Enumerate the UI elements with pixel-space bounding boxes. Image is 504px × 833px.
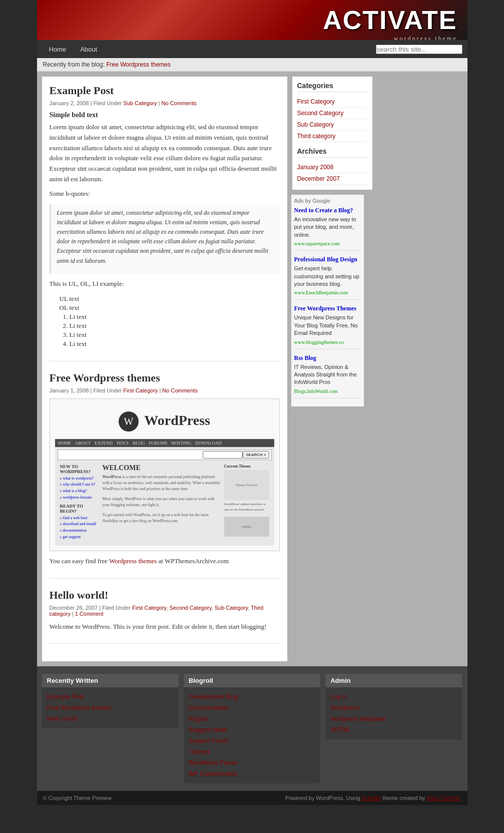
post-2-wp-link[interactable]: Wordpress themes: [109, 557, 157, 565]
post-1-comments[interactable]: No Comments: [162, 100, 197, 106]
post-1-blockquote-text: Lorem ipsum dolor sit amet, consectetur …: [57, 208, 274, 266]
list-item: Wordpress: [330, 702, 457, 713]
list-item: Documentation: [189, 702, 315, 713]
post-1-filed: Filed Under: [93, 100, 122, 106]
archives-list: January 2008 December 2007: [297, 162, 367, 185]
br-link-3[interactable]: Plugins: [189, 715, 208, 722]
br-link-7[interactable]: WordPress Planet: [189, 759, 237, 766]
ad-body-1: An innovative new way to put your blog, …: [294, 216, 361, 239]
rw-link-3[interactable]: Hello world!: [47, 715, 79, 722]
admin-link-2[interactable]: Wordpress: [330, 704, 359, 711]
wp-logo-icon: W: [119, 411, 139, 432]
wp-content: SEARCH » NEW TO WORDPRESS? » what is wor…: [55, 447, 274, 546]
recently-written-col: Recently Written Example Post Free Wordp…: [42, 674, 179, 783]
post-1-bquote-label: Some b-quotes:: [50, 189, 280, 199]
br-link-4[interactable]: Suggest Ideas: [189, 726, 227, 733]
nav-item-home[interactable]: Home: [42, 42, 74, 57]
admin-link-1[interactable]: Log in: [330, 693, 347, 700]
post-2-content: W WordPress HOME ABOUT EXTEND DOCS BLOG …: [50, 398, 280, 567]
powered-by: Powered by WordPress. Using Activate the…: [285, 795, 461, 801]
admin-link-4[interactable]: XHTML: [330, 726, 351, 733]
archive-link-2[interactable]: December 2007: [297, 175, 340, 182]
site-subtitle: wordpress theme: [323, 35, 457, 40]
list-item: WP Customization: [189, 768, 315, 779]
archives-title: Archives: [297, 147, 367, 158]
admin-title: Admin: [325, 674, 462, 687]
list-item: Log in: [330, 691, 457, 702]
activate-link[interactable]: Activate: [361, 795, 381, 801]
cat-link-4[interactable]: Third category: [297, 133, 336, 140]
list-item: WordPress Planet: [189, 757, 315, 768]
list-item: XHTML: [330, 724, 457, 735]
post-2-comments[interactable]: No Comments: [162, 387, 197, 393]
blogroll-list: Development Blog Documentation Plugins S…: [184, 687, 320, 783]
br-link-2[interactable]: Documentation: [189, 704, 229, 711]
recently-link[interactable]: Free Wordpress themes: [106, 61, 171, 68]
post-1-category[interactable]: Sub Category: [123, 100, 157, 106]
main-content: Example Post January 2, 2008 | Filed Und…: [42, 77, 287, 661]
site-title: ACTIVATE: [323, 5, 457, 35]
post-3-cat2[interactable]: Second Category: [169, 605, 211, 611]
archive-link-1[interactable]: January 2008: [297, 164, 334, 171]
rw-link-1[interactable]: Example Post: [47, 693, 84, 700]
post-1-body: Lorem ipsum dolor sit amet, consectetur …: [50, 122, 280, 185]
post-1-content: Simple bold text Lorem ipsum dolor sit a…: [50, 111, 280, 348]
ad-link-1[interactable]: Need to Create a Blog?: [294, 207, 353, 214]
br-link-1[interactable]: Development Blog: [189, 693, 238, 700]
post-1-meta: January 2, 2008 | Filed Under Sub Catego…: [50, 100, 280, 106]
ad-url-2: www.EnochBenjamin.com: [294, 290, 348, 295]
wp-main-sm: WELCOME WordPress is a state-of-the-art …: [103, 464, 222, 541]
post-1-list-label: This is UL, OL, LI example:: [50, 279, 280, 289]
post-2-date: January 1, 2008: [50, 387, 89, 393]
post-1-blockquote: Lorem ipsum dolor sit amet, consectetur …: [50, 204, 280, 274]
ad-link-3[interactable]: Free Wordpress Themes: [294, 305, 356, 312]
footer-widgets: Recently Written Example Post Free Wordp…: [37, 666, 467, 791]
post-1-bold: Simple bold text: [50, 111, 280, 119]
br-link-8[interactable]: WP Customization: [189, 770, 238, 777]
wp-search-input[interactable]: [203, 451, 243, 459]
list-item: Free Wordpress themes: [47, 702, 174, 713]
ads-by-google: Ads by Google: [294, 198, 361, 204]
wp-nav-bar: HOME ABOUT EXTEND DOCS BLOG FORUMS HOSTI…: [55, 439, 274, 447]
search-input[interactable]: [376, 45, 462, 54]
admin-list: Log in Wordpress wordpress templates XHT…: [325, 687, 462, 739]
cat-link-2[interactable]: Second Category: [297, 110, 344, 117]
ad-item-3: Free Wordpress Themes Unique New Designs…: [294, 305, 361, 349]
br-link-5[interactable]: Support Forum: [189, 737, 229, 744]
post-1-lists: UL text OL text Li text Li text Li text …: [60, 294, 280, 348]
author-link[interactable]: Brian Gardner: [426, 795, 461, 801]
ad-body-3: Unique New Designs for Your Blog Totally…: [294, 314, 361, 337]
list-item: Sub Category: [297, 119, 367, 131]
post-3-comments[interactable]: 1 Comment: [75, 611, 104, 617]
blogroll-col: Blogroll Development Blog Documentation …: [184, 674, 320, 783]
sidebar: Categories First Category Second Categor…: [292, 77, 372, 195]
ad-item-4: Rss Blog IT Reviews, Opinion & Analysis …: [294, 354, 361, 398]
post-2-title: Free Wordpress themes: [50, 371, 280, 384]
post-3-cat3[interactable]: Sub Category: [215, 605, 248, 611]
search-form: [376, 45, 462, 54]
post-2-category[interactable]: First Category: [123, 387, 158, 393]
br-link-6[interactable]: Themes: [189, 748, 210, 755]
list-item: December 2007: [297, 173, 367, 185]
post-3-cat1[interactable]: First Category: [132, 605, 166, 611]
cat-link-1[interactable]: First Category: [297, 98, 335, 105]
ad-link-2[interactable]: Professional Blog Design: [294, 256, 357, 263]
rw-link-2[interactable]: Free Wordpress themes: [47, 704, 112, 711]
ol-item-2: Li text: [70, 321, 280, 330]
nav-item-about[interactable]: About: [73, 42, 104, 57]
wp-search-button[interactable]: SEARCH »: [243, 451, 269, 459]
wp-search: SEARCH »: [58, 450, 272, 460]
post-1-date: January 2, 2008: [50, 100, 89, 106]
list-item: First Category: [297, 96, 367, 108]
post-2: Free Wordpress themes January 1, 2008 | …: [50, 371, 280, 579]
list-item: Suggest Ideas: [189, 724, 315, 735]
blogroll-title: Blogroll: [184, 674, 320, 687]
list-item: Example Post: [47, 691, 174, 702]
admin-link-3[interactable]: wordpress templates: [330, 715, 386, 722]
list-item: Hello world!: [47, 713, 174, 724]
post-3-content: Welcome to WordPress. This is your first…: [50, 622, 280, 632]
list-item: Third category: [297, 131, 367, 142]
wp-logo-text: WordPress: [144, 412, 210, 428]
ad-link-4[interactable]: Rss Blog: [294, 354, 316, 361]
cat-link-3[interactable]: Sub Category: [297, 121, 334, 128]
